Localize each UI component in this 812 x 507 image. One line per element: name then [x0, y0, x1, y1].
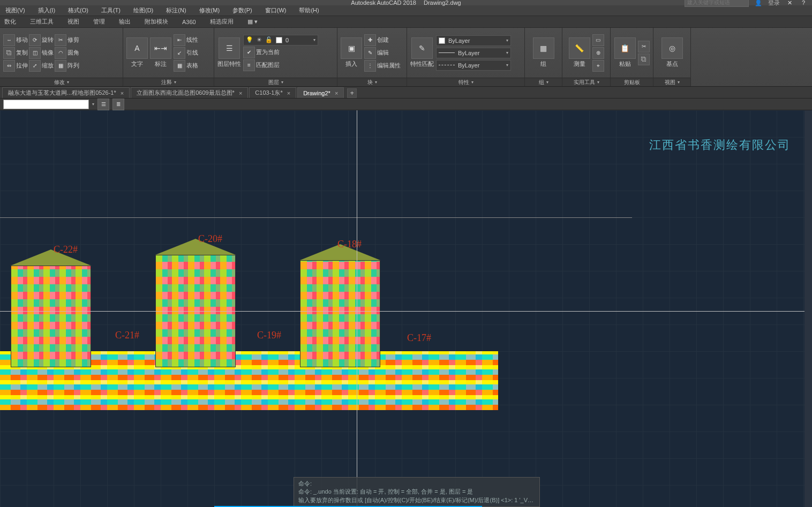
ribbon-tab-0[interactable]: 数化 [2, 17, 18, 27]
ribbon-tab-3[interactable]: 管理 [91, 17, 107, 27]
drawing-canvas[interactable]: C-22# C-20# C-18# C-21# C-19# C-17# 江西省书… [0, 110, 812, 507]
util-icon-1[interactable]: ▭ [592, 34, 604, 46]
vertical-scrollbar[interactable] [805, 110, 812, 507]
login-link[interactable]: 登录 [768, 0, 780, 7]
tower-c18 [300, 244, 380, 367]
ribbon-tab-apps-icon[interactable]: ▦ ▾ [245, 17, 260, 26]
close-icon[interactable]: × [335, 90, 338, 96]
lw-value: ByLayer [458, 50, 479, 56]
menu-modify[interactable]: 修改(M) [196, 5, 223, 16]
chevron-down-icon[interactable]: ▾ [597, 80, 599, 85]
chevron-down-icon[interactable]: ▾ [375, 80, 377, 85]
chevron-down-icon[interactable]: ▾ [92, 102, 94, 107]
menu-draw[interactable]: 绘图(D) [130, 5, 156, 16]
linear-icon[interactable]: ⇤ [174, 34, 185, 46]
layer-dropdown[interactable]: 💡 ☀ 🔓 0 ▾ [243, 35, 318, 46]
tower-c22 [11, 249, 91, 367]
menu-parametric[interactable]: 参数(P) [229, 5, 255, 16]
ribbon-tab-5[interactable]: 附加模块 [142, 17, 170, 27]
guide-line [0, 217, 632, 218]
util-icon-2[interactable]: ⊕ [592, 47, 604, 59]
chevron-down-icon[interactable]: ▾ [67, 80, 69, 85]
layer-state-icon[interactable]: ☰ [97, 99, 109, 110]
panel-modify-label: 修改 [54, 79, 65, 86]
array-icon[interactable]: ▦ [55, 60, 66, 72]
doc-tab-0[interactable]: 融东大道与玉茗大道网...程地形图0526-1*× [2, 87, 130, 98]
annot-c19: C-19# [257, 330, 281, 341]
group-icon[interactable]: ▦ [533, 37, 554, 59]
basepoint-icon[interactable]: ◎ [661, 37, 683, 59]
blockcreate-icon[interactable]: ✚ [364, 34, 376, 46]
layer-iso-icon[interactable]: ≣ [112, 99, 124, 110]
cut-icon[interactable]: ✂ [638, 41, 650, 52]
insert-icon[interactable]: ▣ [341, 37, 362, 59]
color-dropdown[interactable]: ByLayer▾ [436, 35, 511, 46]
search-input[interactable]: 建入关键字或短语 [685, 0, 749, 7]
doc-tab-3[interactable]: Drawing2*× [297, 87, 344, 98]
chevron-down-icon[interactable]: ▾ [546, 80, 548, 85]
panel-block-label: 块 [367, 79, 373, 86]
matchlayer-label: 匹配图层 [256, 61, 280, 69]
menu-view[interactable]: 视图(V) [2, 5, 28, 16]
move-label: 移动 [16, 36, 28, 44]
measure-icon[interactable]: 📏 [569, 37, 590, 59]
panel-annotate-label: 注释 [161, 79, 172, 86]
menu-help[interactable]: 帮助(H) [296, 5, 322, 16]
paste-icon[interactable]: 📋 [614, 37, 636, 59]
rotate-icon[interactable]: ⟳ [29, 34, 41, 46]
dim-icon[interactable]: ⇤⇥ [150, 37, 171, 59]
chevron-down-icon[interactable]: ▾ [281, 80, 283, 85]
util-icon-3[interactable]: ⌖ [592, 60, 604, 72]
layer-quick-dropdown[interactable] [3, 100, 89, 109]
menu-insert[interactable]: 插入(I) [35, 5, 58, 16]
copyclip-icon[interactable]: ⿻ [638, 54, 650, 65]
command-window[interactable]: 命令: 命令: _.undo 当前设置: 自动 = 开, 控制 = 全部, 合并… [294, 477, 540, 507]
setcurrent-icon[interactable]: ✔ [243, 47, 255, 58]
doc-tab-1[interactable]: 立面图东西南北面总图0609最后总图*× [131, 87, 248, 98]
ribbon-tab-6[interactable]: A360 [180, 18, 198, 26]
doc-tab-2[interactable]: C103-1东*× [249, 87, 296, 98]
chevron-down-icon[interactable]: ▾ [471, 80, 473, 85]
fillet-icon[interactable]: ◠ [55, 47, 66, 59]
ribbon-tab-1[interactable]: 三维工具 [28, 17, 56, 27]
copy-icon[interactable]: ⿻ [3, 47, 15, 59]
lineweight-dropdown[interactable]: ByLayer▾ [436, 48, 511, 58]
menu-tools[interactable]: 工具(T) [98, 5, 124, 16]
chevron-down-icon[interactable]: ▾ [174, 80, 176, 85]
trim-icon[interactable]: ✂ [55, 34, 66, 46]
panel-view-label: 视图 [665, 79, 675, 86]
ribbon-tab-7[interactable]: 精选应用 [208, 17, 236, 27]
chevron-down-icon[interactable]: ▾ [678, 80, 680, 85]
text-label: 文字 [131, 60, 143, 68]
close-icon[interactable]: × [287, 90, 290, 96]
move-icon[interactable]: ↔ [3, 34, 15, 46]
menu-window[interactable]: 窗口(W) [262, 5, 290, 16]
leader-icon[interactable]: ↙ [174, 47, 185, 59]
close-icon[interactable]: × [239, 90, 242, 96]
new-tab-button[interactable]: + [347, 88, 357, 98]
ribbon-tab-4[interactable]: 输出 [117, 17, 133, 27]
table-icon[interactable]: ▦ [174, 60, 185, 72]
layerprops-icon[interactable]: ☰ [219, 37, 240, 59]
cmd-line-0: 命令: [298, 480, 535, 488]
close-icon[interactable]: × [121, 90, 124, 96]
blockedit-icon[interactable]: ✎ [364, 47, 376, 59]
panel-clipboard: 📋 粘贴 ✂⿻ 剪贴板 [611, 28, 653, 86]
help-icon[interactable]: ? [799, 0, 808, 7]
matchprops-icon[interactable]: ✎ [411, 37, 433, 59]
menu-format[interactable]: 格式(O) [65, 5, 92, 16]
mirror-icon[interactable]: ◫ [29, 47, 41, 59]
matchlayer-icon[interactable]: ≡ [243, 59, 255, 71]
measure-label: 测量 [574, 60, 585, 68]
text-icon[interactable]: A [126, 37, 148, 59]
linetype-dropdown[interactable]: ByLayer▾ [436, 60, 511, 71]
scale-icon[interactable]: ⤢ [29, 60, 41, 72]
annot-c17: C-17# [407, 332, 431, 344]
stretch-icon[interactable]: ⇔ [3, 60, 15, 72]
blockattr-icon[interactable]: ⋮ [364, 60, 376, 72]
menu-dimension[interactable]: 标注(N) [163, 5, 189, 16]
ribbon-tab-2[interactable]: 视图 [65, 17, 81, 27]
panel-properties: ✎ 特性匹配 ByLayer▾ ByLayer▾ ByLayer▾ 特性▾ [407, 28, 525, 86]
exchange-icon[interactable]: ✕ [785, 0, 794, 7]
layer-quick-bar: ▾ ☰ ≣ [0, 99, 812, 110]
